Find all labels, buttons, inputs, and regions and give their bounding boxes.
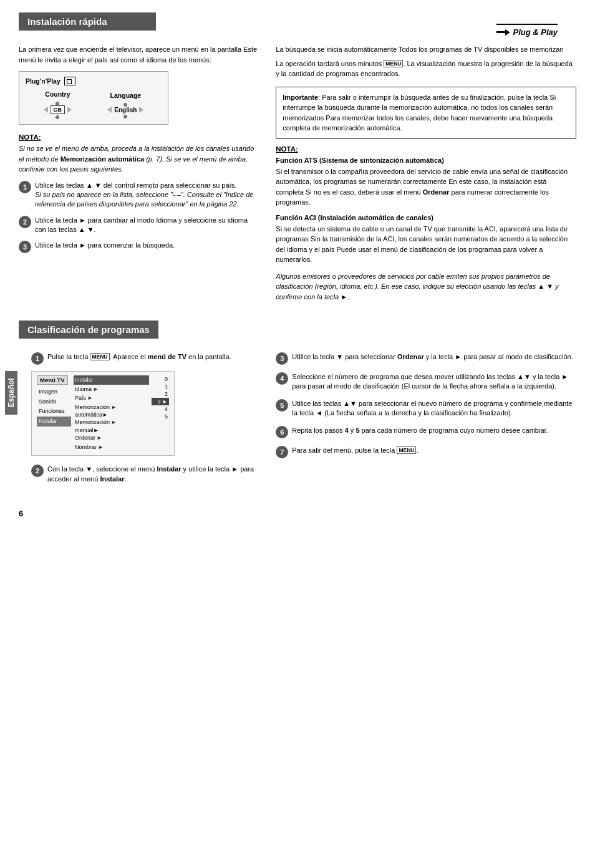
pnp-menu-title: Plug'n'Play bbox=[26, 77, 60, 85]
section1-left-col: La primera vez que enciende el televisor… bbox=[19, 44, 269, 308]
importante-box: Importante: Para salir o interrumpir la … bbox=[276, 87, 576, 139]
s2-step6-text: Repita los pasos 4 y 5 para cada número … bbox=[292, 426, 548, 435]
pnp-language-value: English bbox=[114, 107, 137, 113]
tv-main-nombrar: Nombrar ► bbox=[74, 443, 149, 452]
step2-text: Utilice la tecla ► para cambiar al modo … bbox=[35, 216, 259, 235]
tv-sidebar-imagen: Imagen bbox=[37, 387, 71, 397]
s2-step2: 2 Con la tecla ▼, seleccione el menú Ins… bbox=[19, 465, 259, 484]
s2-step3-num: 3 bbox=[276, 352, 288, 365]
pnp-language-col: Language English bbox=[107, 92, 143, 118]
step1-num: 1 bbox=[19, 181, 31, 193]
pnp-menu-icon bbox=[64, 77, 75, 85]
nota-right-title: NOTA: bbox=[276, 145, 576, 153]
section2-title: Clasificación de programas bbox=[19, 321, 158, 339]
s2-step5: 5 Utilice las teclas ▲▼ para seleccionar… bbox=[276, 399, 576, 418]
tv-main-pais: País ► bbox=[74, 393, 149, 403]
nota-text1: Si no se ve el menú de arriba, proceda a… bbox=[19, 143, 259, 175]
s2-step6-num: 6 bbox=[276, 426, 288, 438]
section1-title: Instalación rápida bbox=[19, 12, 156, 31]
s2-step5-num: 5 bbox=[276, 399, 288, 412]
plug-play-logo: Plug & Play bbox=[496, 24, 558, 37]
s2-step1: 1 Pulse la tecla MENU. Aparece el menú d… bbox=[19, 352, 259, 365]
tv-main-mem-auto: Memorización► bbox=[74, 403, 149, 412]
step3: 3 Utilice la tecla ► para comenzar la bú… bbox=[19, 241, 259, 253]
pnp-country-left-arrow bbox=[44, 107, 48, 113]
s2-step6: 6 Repita los pasos 4 y 5 para cada númer… bbox=[276, 426, 576, 438]
page-number: 6 bbox=[19, 509, 576, 518]
nota-ats-text: Si el transmisor o la compañía proveedor… bbox=[276, 166, 576, 208]
plug-play-arrow-icon bbox=[496, 28, 510, 37]
importante-text: : Para salir o interrumpir la búsqueda a… bbox=[283, 94, 556, 132]
pnp-language-label: Language bbox=[110, 92, 142, 99]
s2-step4-num: 4 bbox=[276, 372, 288, 385]
pnp-lang-left-arrow bbox=[107, 107, 112, 113]
espanol-side-label: Español bbox=[5, 371, 17, 415]
tv-main-ordenar: Ordenar ► bbox=[74, 433, 149, 443]
s2-step7-num: 7 bbox=[276, 446, 288, 458]
pnp-country-dot2 bbox=[56, 115, 59, 119]
pnp-lang-right-arrow bbox=[139, 107, 143, 113]
pnp-menu-graphic: Plug'n'Play Country GB bbox=[19, 71, 168, 125]
nota-ats-title: Función ATS (Sistema de sintonización au… bbox=[276, 157, 576, 164]
section-clasificacion: Clasificación de programas Español 1 Pul… bbox=[19, 321, 576, 490]
tv-sub-0: 0 bbox=[152, 375, 169, 383]
s2-step4-text: Seleccione el número de programa que des… bbox=[292, 372, 576, 392]
s2-step3-text: Utilice la tecla ▼ para seleccionar Orde… bbox=[292, 352, 573, 362]
step3-text: Utilice la tecla ► para comenzar la búsq… bbox=[35, 241, 175, 250]
plug-play-text: Plug & Play bbox=[513, 27, 558, 37]
s2-step4: 4 Seleccione el número de programa que d… bbox=[276, 372, 576, 392]
menu-key-inline: MENU bbox=[384, 60, 403, 67]
section1-right-para1: La búsqueda se inicia automáticamente To… bbox=[276, 44, 576, 55]
step2: 2 Utilice la tecla ► para cambiar al mod… bbox=[19, 216, 259, 235]
step1: 1 Utilice las teclas ▲ ▼ del control rem… bbox=[19, 181, 259, 210]
pnp-country-label: Country bbox=[45, 90, 70, 98]
step3-num: 3 bbox=[19, 241, 31, 253]
tv-main-mem-manual: Memorización► bbox=[74, 418, 149, 427]
section1-intro: La primera vez que enciende el televisor… bbox=[19, 44, 259, 65]
section-instalacion: Instalación rápida La primera vez que en… bbox=[19, 12, 576, 308]
tv-sub-5: 5 bbox=[152, 413, 169, 420]
tv-menu-graphic: Menú TV Imagen Sonido Funciones Instalar… bbox=[31, 371, 175, 456]
tv-sub-2: 2 bbox=[152, 390, 169, 398]
pnp-country-right-arrow bbox=[67, 107, 72, 113]
nota-aci-italic: Algunos emisores o proveedores de servic… bbox=[276, 271, 576, 302]
tv-sidebar-sonido: Sonido bbox=[37, 397, 71, 407]
pnp-country-nav: GB bbox=[44, 105, 72, 114]
tv-main-idioma: Idioma ► bbox=[74, 385, 149, 394]
s2-step7-text: Para salir del menú, pulse la tecla MENU… bbox=[292, 446, 418, 455]
tv-sidebar-funciones: Funciones bbox=[37, 407, 71, 417]
nota-aci-title: Función ACI (Instalación automática de c… bbox=[276, 214, 576, 221]
tv-menu-sidebar: Menú TV Imagen Sonido Funciones Instalar bbox=[37, 375, 71, 451]
nota-aci-text: Si se detecta un sistema de cable o un c… bbox=[276, 224, 576, 265]
s2-step1-num: 1 bbox=[31, 352, 44, 365]
pnp-country-col: Country GB bbox=[44, 90, 72, 119]
s2-step5-text: Utilice las teclas ▲▼ para seleccionar e… bbox=[292, 399, 576, 418]
s2-step2-text: Con la tecla ▼, seleccione el menú Insta… bbox=[47, 465, 259, 484]
tv-main-instalar: Instalar bbox=[74, 375, 149, 385]
tv-sidebar-instalar: Instalar bbox=[37, 417, 71, 427]
pnp-language-nav: English bbox=[107, 107, 143, 113]
step2-num: 2 bbox=[19, 216, 31, 228]
menu-key-s2-step7: MENU bbox=[397, 446, 416, 454]
tv-menu-title: Menú TV bbox=[37, 375, 68, 385]
nota-right-section: NOTA: Función ATS (Sistema de sintonizac… bbox=[276, 145, 576, 302]
tv-menu-main: Instalar Idioma ► País ► Memorización► a… bbox=[74, 375, 149, 451]
tv-sub-1: 1 bbox=[152, 383, 169, 390]
importante-bold: Importante bbox=[283, 94, 318, 101]
menu-key-s2: MENU bbox=[90, 353, 109, 360]
section2-right-col: 3 Utilice la tecla ▼ para seleccionar Or… bbox=[269, 352, 576, 490]
tv-menu-sub: 0 1 2 3 ► 4 5 bbox=[152, 375, 169, 451]
nota-title1: NOTA: bbox=[19, 133, 259, 141]
pnp-flag: GB bbox=[51, 105, 65, 114]
tv-sub-4: 4 bbox=[152, 405, 169, 413]
s2-step2-num: 2 bbox=[31, 465, 44, 477]
section2-left-col: Español 1 Pulse la tecla MENU. Aparece e… bbox=[19, 352, 269, 490]
section1-right-col: La búsqueda se inicia automáticamente To… bbox=[269, 44, 576, 308]
s2-step3: 3 Utilice la tecla ▼ para seleccionar Or… bbox=[276, 352, 576, 365]
section1-right-para2: La operación tardará unos minutos MENU. … bbox=[276, 59, 576, 79]
s2-step1-text: Pulse la tecla MENU. Aparece el menú de … bbox=[47, 352, 231, 362]
tv-sub-3: 3 ► bbox=[152, 398, 169, 405]
s2-step7: 7 Para salir del menú, pulse la tecla ME… bbox=[276, 446, 576, 458]
nota-section1: NOTA: Si no se ve el menú de arriba, pro… bbox=[19, 133, 259, 175]
pnp-language-dot2 bbox=[123, 115, 127, 118]
